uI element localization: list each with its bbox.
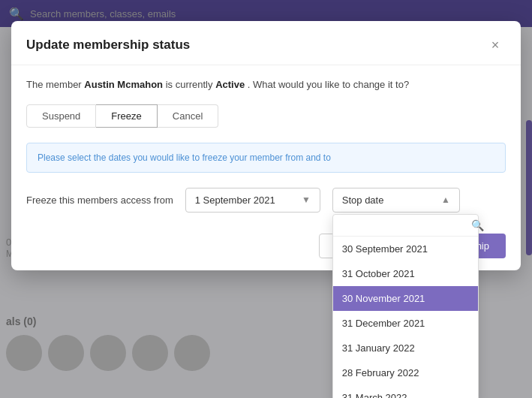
freeze-row: Freeze this members access from 1 Septem… [26,188,506,213]
modal-close-button[interactable]: × [485,35,506,56]
tab-freeze[interactable]: Freeze [96,104,157,128]
stop-date-dropdown-wrapper: Stop date ▲ 🔍 30 September 2021 31 Octob… [332,188,460,213]
description-post: . What would you like to change it to? [245,79,409,90]
current-status: Active [215,79,245,90]
tab-cancel[interactable]: Cancel [158,104,218,128]
dropdown-item-0[interactable]: 30 September 2021 [333,237,478,261]
modal-body: The member Austin Mcmahon is currently A… [11,65,521,225]
dropdown-item-3[interactable]: 31 December 2021 [333,311,478,336]
member-name: Austin Mcmahon [84,79,163,90]
modal-description: The member Austin Mcmahon is currently A… [26,77,506,92]
info-text: Please select the dates you would like t… [38,152,331,163]
modal-header: Update membership status × [11,21,521,65]
tab-suspend[interactable]: Suspend [26,104,96,128]
action-tabs: Suspend Freeze Cancel [26,104,506,128]
start-date-arrow-icon: ▼ [302,194,311,205]
dropdown-item-4[interactable]: 31 January 2022 [333,336,478,360]
start-date-dropdown-wrapper: 1 September 2021 ▼ [185,188,320,213]
dropdown-items-list: 30 September 2021 31 October 2021 30 Nov… [333,237,478,399]
info-box: Please select the dates you would like t… [26,143,506,173]
dropdown-item-5[interactable]: 28 February 2022 [333,360,478,385]
dropdown-search-input[interactable] [341,219,467,231]
stop-date-menu: 🔍 30 September 2021 31 October 2021 30 N… [332,214,479,399]
dropdown-item-2[interactable]: 30 November 2021 [333,286,478,311]
dropdown-item-6[interactable]: 31 March 2022 [333,385,478,399]
modal-title: Update membership status [26,38,190,53]
dropdown-search-icon: 🔍 [471,219,484,231]
description-pre: The member [26,79,84,90]
dropdown-search-container: 🔍 [333,215,478,237]
start-date-value: 1 September 2021 [195,194,275,206]
start-date-dropdown[interactable]: 1 September 2021 ▼ [185,188,320,213]
stop-date-dropdown[interactable]: Stop date ▲ [332,188,460,213]
freeze-label: Freeze this members access from [26,194,173,206]
stop-date-label: Stop date [342,194,384,206]
dropdown-item-1[interactable]: 31 October 2021 [333,261,478,286]
stop-date-arrow-icon: ▲ [441,194,450,205]
description-mid: is currently [163,79,215,90]
modal: Update membership status × The member Au… [11,21,521,270]
